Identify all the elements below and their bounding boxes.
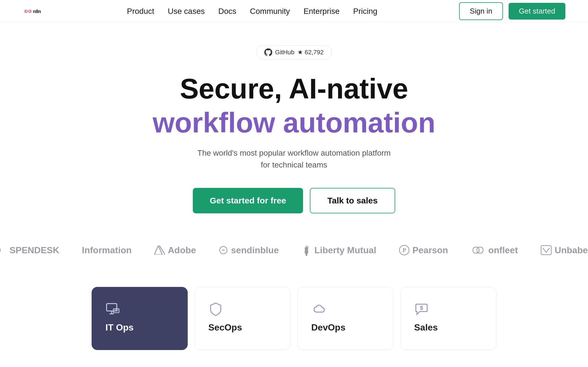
main-nav: n8n Product Use cases Docs Community Ent…	[0, 0, 588, 23]
sendinblue-text: sendinblue	[231, 245, 279, 256]
nav-item-pricing[interactable]: Pricing	[353, 7, 377, 16]
sendinblue-icon	[219, 246, 228, 255]
hero-subtitle: The world's most popular workflow automa…	[195, 147, 393, 171]
svg-text:$: $	[420, 305, 423, 311]
logo-information: Information	[82, 245, 132, 256]
monitor-icon	[105, 302, 120, 317]
nav-link-docs[interactable]: Docs	[218, 7, 236, 16]
card-devops-label: DevOps	[311, 322, 345, 333]
nav-item-product[interactable]: Product	[127, 7, 154, 16]
github-stars: ★ 62,792	[297, 49, 324, 56]
cta-secondary-button[interactable]: Talk to sales	[310, 188, 395, 213]
liberty-mutual-icon	[301, 244, 312, 256]
n8n-logo: n8n	[23, 6, 45, 17]
svg-text:n8n: n8n	[33, 9, 41, 14]
card-secops-label: SecOps	[208, 322, 242, 333]
github-label: GitHub	[275, 49, 294, 56]
card-secops[interactable]: SecOps	[194, 287, 291, 350]
pearson-text: Pearson	[412, 245, 448, 256]
logos-bar: SPENDESK Information Adobe sendinblue	[0, 230, 588, 270]
logo-adobe: Adobe	[154, 245, 196, 256]
nav-link-community[interactable]: Community	[250, 7, 290, 16]
information-text: Information	[82, 245, 132, 256]
nav-link-usecases[interactable]: Use cases	[168, 7, 205, 16]
nav-link-enterprise[interactable]: Enterprise	[304, 7, 340, 16]
adobe-icon	[154, 246, 165, 255]
nav-item-community[interactable]: Community	[250, 7, 290, 16]
card-devops[interactable]: DevOps	[297, 287, 394, 350]
nav-item-docs[interactable]: Docs	[218, 7, 236, 16]
github-icon	[264, 48, 272, 56]
cards-section: IT Ops SecOps DevOps $ Sales	[0, 270, 588, 350]
cloud-icon	[311, 302, 326, 317]
nav-link-product[interactable]: Product	[127, 7, 154, 16]
logo-link[interactable]: n8n	[23, 6, 45, 17]
svg-text:P: P	[403, 247, 406, 253]
nav-links: Product Use cases Docs Community Enterpr…	[127, 7, 377, 16]
pearson-icon: P	[399, 245, 410, 256]
nav-item-usecases[interactable]: Use cases	[168, 7, 205, 16]
liberty-mutual-text: Liberty Mutual	[314, 245, 376, 256]
adobe-text: Adobe	[168, 245, 196, 256]
cta-primary-button[interactable]: Get started for free	[193, 188, 303, 213]
nav-link-pricing[interactable]: Pricing	[353, 7, 377, 16]
spendesk-text: SPENDESK	[10, 245, 59, 256]
card-sales-label: Sales	[414, 322, 438, 333]
logo-sendinblue: sendinblue	[219, 245, 279, 256]
logo-onfleet: onfleet	[471, 245, 518, 256]
nav-item-enterprise[interactable]: Enterprise	[304, 7, 340, 16]
logo-spendesk: SPENDESK	[0, 245, 59, 256]
github-badge[interactable]: GitHub ★ 62,792	[256, 45, 332, 59]
hero-title-line2: workflow automation	[153, 107, 435, 138]
logo-pearson: P Pearson	[399, 245, 448, 256]
card-it-ops[interactable]: IT Ops	[92, 287, 188, 350]
nav-actions: Sign in Get started	[459, 2, 565, 20]
svg-marker-8	[154, 246, 162, 255]
card-it-ops-label: IT Ops	[105, 322, 134, 333]
spendesk-icon	[0, 246, 7, 255]
shield-icon	[208, 302, 223, 317]
onfleet-text: onfleet	[488, 245, 518, 256]
getstarted-nav-button[interactable]: Get started	[509, 3, 565, 20]
hero-section: GitHub ★ 62,792 Secure, AI-native workfl…	[0, 23, 588, 230]
card-sales[interactable]: $ Sales	[400, 287, 496, 350]
signin-button[interactable]: Sign in	[459, 2, 503, 20]
svg-rect-12	[305, 250, 308, 254]
hero-buttons: Get started for free Talk to sales	[193, 188, 395, 213]
hero-title-line1: Secure, AI-native	[180, 73, 408, 104]
chat-dollar-icon: $	[414, 302, 429, 317]
unbabel-icon	[541, 245, 552, 255]
svg-rect-18	[541, 246, 551, 255]
unbabel-text: Unbabel	[555, 245, 588, 256]
logo-liberty-mutual: Liberty Mutual	[301, 244, 376, 256]
logo-unbabel: Unbabel	[541, 245, 588, 256]
onfleet-icon	[471, 246, 485, 254]
